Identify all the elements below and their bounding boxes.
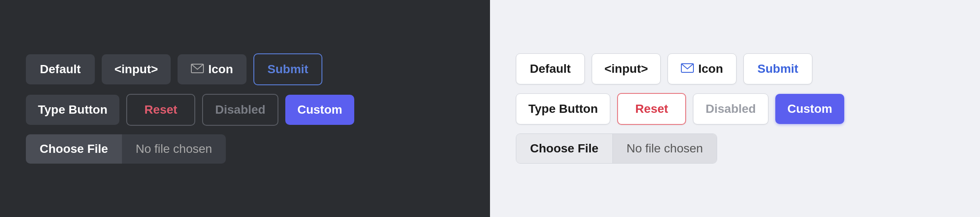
light-file-row: Choose File No file chosen [516,133,717,164]
light-row-2: Type Button Reset Disabled Custom [516,93,844,125]
light-icon-button[interactable]: Icon [668,53,737,84]
dark-submit-button[interactable]: Submit [253,53,322,85]
light-no-file-label: No file chosen [613,134,717,163]
dark-panel: Default <input> Icon Submit Type Button … [0,0,490,217]
light-row-1: Default <input> Icon Submit [516,53,812,84]
light-choose-file-button[interactable]: Choose File [516,134,613,163]
dark-default-button[interactable]: Default [26,54,95,84]
dark-input-button[interactable]: <input> [102,54,171,84]
light-reset-button[interactable]: Reset [617,93,686,125]
dark-choose-file-button[interactable]: Choose File [26,134,122,164]
dark-disabled-button[interactable]: Disabled [202,94,278,126]
dark-row-2: Type Button Reset Disabled Custom [26,94,354,126]
dark-type-button[interactable]: Type Button [26,95,119,125]
dark-file-input: Choose File No file chosen [26,134,226,164]
dark-icon-button[interactable]: Icon [178,54,247,84]
envelope-icon-light [681,62,694,76]
light-submit-button[interactable]: Submit [743,53,812,84]
dark-file-row: Choose File No file chosen [26,134,226,164]
dark-custom-button[interactable]: Custom [285,95,354,125]
light-panel: Default <input> Icon Submit Type Button … [490,0,980,217]
dark-row-1: Default <input> Icon Submit [26,53,322,85]
light-default-button[interactable]: Default [516,53,585,84]
light-disabled-button[interactable]: Disabled [693,93,768,124]
light-type-button[interactable]: Type Button [516,93,610,124]
light-icon-label: Icon [698,62,723,76]
light-custom-button[interactable]: Custom [775,94,844,124]
dark-no-file-label: No file chosen [122,134,226,164]
light-input-button[interactable]: <input> [592,53,661,84]
dark-icon-label: Icon [208,62,233,77]
envelope-icon [191,62,204,77]
light-file-input: Choose File No file chosen [516,133,717,164]
dark-reset-button[interactable]: Reset [126,94,195,126]
